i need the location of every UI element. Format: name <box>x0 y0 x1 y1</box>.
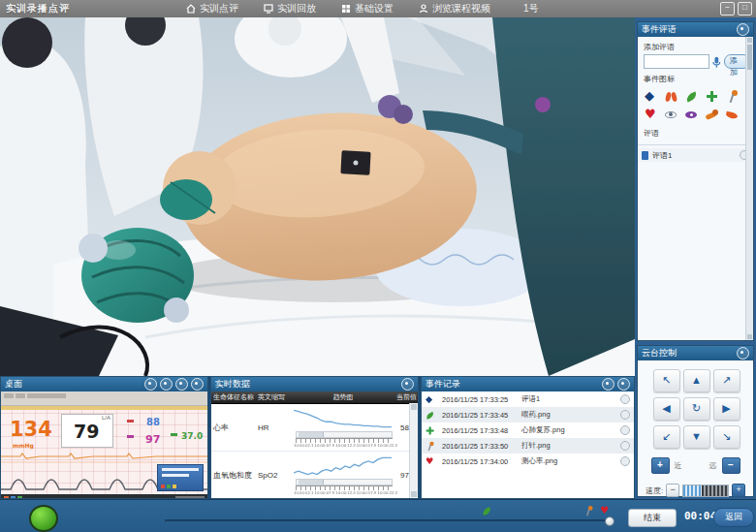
row-action-icon[interactable] <box>620 425 630 435</box>
table-row[interactable]: 2016/11/25 17:34:00 测心率.png <box>422 454 634 469</box>
panel-title: 实时数据 <box>215 378 250 391</box>
nibp-unit: mmHg <box>13 442 34 449</box>
row-action-icon[interactable] <box>620 441 630 451</box>
pan-left-button[interactable]: ◀ <box>653 397 680 421</box>
minimize-button[interactable]: − <box>720 2 735 16</box>
event-icon[interactable] <box>685 109 698 121</box>
export-icon[interactable] <box>602 378 614 391</box>
pause-icon[interactable] <box>160 378 173 391</box>
home-icon <box>186 4 196 14</box>
top-bar: 实训录播点评 实训点评 实训回放 基础设置 浏览课程视频 1号 − □ <box>0 0 756 17</box>
app-title: 实训录播点评 <box>6 2 70 16</box>
panel-menu-icon[interactable] <box>401 378 414 391</box>
pan-down-button[interactable]: ▼ <box>683 425 710 449</box>
ptz-reset-button[interactable]: ↻ <box>683 397 710 421</box>
event-file: 喂药.png <box>521 410 616 420</box>
timeline-handle[interactable] <box>605 516 614 526</box>
event-type-icon <box>425 394 434 403</box>
table-row[interactable]: 2016/11/25 17:33:48 心肺复苏.png <box>422 422 634 438</box>
zoom-in-button[interactable]: + <box>651 457 670 474</box>
tab-course-video[interactable]: 浏览课程视频 <box>419 2 490 16</box>
chart-hscrollbar[interactable] <box>296 431 393 438</box>
panel-title: 事件评语 <box>642 23 677 36</box>
refresh-icon[interactable] <box>617 378 630 391</box>
event-icon[interactable] <box>726 109 739 121</box>
realtime-table-header: 生命体征名称 英文缩写 趋势图 当前值 <box>211 391 418 404</box>
tab-settings[interactable]: 基础设置 <box>341 2 394 16</box>
timeline-event-marker[interactable] <box>482 505 494 517</box>
pan-up-button[interactable]: ▲ <box>683 369 710 392</box>
vital-name: 心率 <box>211 422 258 433</box>
event-icon-grid <box>638 86 751 123</box>
timeline-slider[interactable] <box>165 519 611 521</box>
event-comment-header: 事件评语 <box>638 22 753 37</box>
event-icon[interactable] <box>665 90 677 103</box>
main-tabs: 实训点评 实训回放 基础设置 浏览课程视频 <box>186 2 490 16</box>
event-icon[interactable] <box>706 90 718 103</box>
desktop-header: 桌面 <box>1 377 207 391</box>
comment-list-item[interactable]: 评语1 <box>638 148 753 162</box>
back-button[interactable]: 返回 <box>713 508 754 527</box>
user-icon <box>419 4 428 14</box>
station-label: 1号 <box>523 2 539 16</box>
speed-minus-button[interactable]: − <box>666 484 679 497</box>
realtime-row-spo2: 血氧饱和度 SpO2 10:00:02.1 10:00:07.9 10:00:1… <box>211 452 418 498</box>
collapse-icon[interactable] <box>737 23 749 36</box>
settings-icon[interactable] <box>191 378 204 391</box>
ptz-direction-grid: ↖ ▲ ↗ ◀ ↻ ▶ ↙ ▼ ↘ <box>638 360 753 449</box>
comment-input[interactable] <box>644 54 709 69</box>
pan-right-button[interactable]: ▶ <box>713 397 740 421</box>
pan-up-right-button[interactable]: ↗ <box>713 369 740 392</box>
pan-up-left-button[interactable]: ↖ <box>653 369 680 392</box>
settings-icon <box>341 4 351 14</box>
realtime-scrollbar[interactable] <box>409 403 418 498</box>
tab-playback[interactable]: 实训回放 <box>264 2 316 16</box>
pan-down-left-button[interactable]: ↙ <box>653 425 680 449</box>
row-action-icon[interactable] <box>620 410 630 420</box>
event-icon[interactable] <box>706 109 718 121</box>
tab-label: 实训回放 <box>277 2 316 16</box>
event-icon[interactable] <box>685 90 698 103</box>
row-action-icon[interactable] <box>620 394 630 404</box>
record-icon[interactable] <box>144 378 157 391</box>
event-record-list: 2016/11/25 17:33:25 评语1 2016/11/25 17:33… <box>422 391 634 498</box>
chart-hscrollbar[interactable] <box>296 479 393 485</box>
event-comment-panel: 事件评语 添加评语 添加 事件图标 评语 <box>637 21 754 341</box>
bp-box: L/A 79 <box>61 414 113 448</box>
table-row[interactable]: 2016/11/25 17:33:45 喂药.png <box>422 407 634 422</box>
event-icon[interactable] <box>726 90 739 103</box>
event-type-icon <box>425 456 434 465</box>
window-buttons: − □ <box>720 2 752 16</box>
pan-down-right-button[interactable]: ↘ <box>713 425 740 449</box>
maximize-button[interactable]: □ <box>738 2 752 16</box>
zoom-far-label: 远 <box>709 460 717 471</box>
tab-review[interactable]: 实训点评 <box>186 2 238 16</box>
event-time: 2016/11/25 17:34:00 <box>442 457 518 466</box>
comment-marker-icon <box>642 151 648 160</box>
panel-title: 事件记录 <box>425 378 460 391</box>
row-action-icon[interactable] <box>620 456 630 466</box>
table-row[interactable]: 2016/11/25 17:33:25 评语1 <box>422 391 634 407</box>
event-file: 评语1 <box>521 394 616 404</box>
desktop-capture-panel: 桌面 134 mmHg L/A 79 88 97 37.0 <box>0 376 208 499</box>
collapse-icon[interactable] <box>737 347 749 360</box>
comment-scrollbar[interactable] <box>745 37 753 340</box>
zoom-out-button[interactable]: − <box>722 457 740 474</box>
app-window: 实训录播点评 实训点评 实训回放 基础设置 浏览课程视频 1号 − □ <box>0 0 756 532</box>
speed-plus-button[interactable]: + <box>732 484 745 497</box>
speed-level-bar[interactable] <box>682 485 729 497</box>
end-button[interactable]: 结束 <box>628 509 677 527</box>
event-icon[interactable] <box>665 109 677 121</box>
table-row[interactable]: 2016/11/25 17:33:50 打针.png <box>422 438 634 454</box>
speed-label: 速度: <box>646 485 663 496</box>
monitor-popup <box>157 464 204 491</box>
tab-label: 浏览课程视频 <box>432 2 490 16</box>
fullscreen-icon[interactable] <box>175 378 188 391</box>
hr-trend-chart: 10:00:02.1 10:00:07.9 10:00:12.3 10:00:1… <box>290 406 396 449</box>
event-icon[interactable] <box>645 109 657 121</box>
event-icon[interactable] <box>645 90 657 103</box>
mic-icon[interactable] <box>712 56 721 68</box>
col-name: 生命体征名称 <box>211 392 258 402</box>
monitor-screenshot: 134 mmHg L/A 79 88 97 37.0 <box>1 391 207 498</box>
timeline-event-marker[interactable] <box>583 505 596 517</box>
